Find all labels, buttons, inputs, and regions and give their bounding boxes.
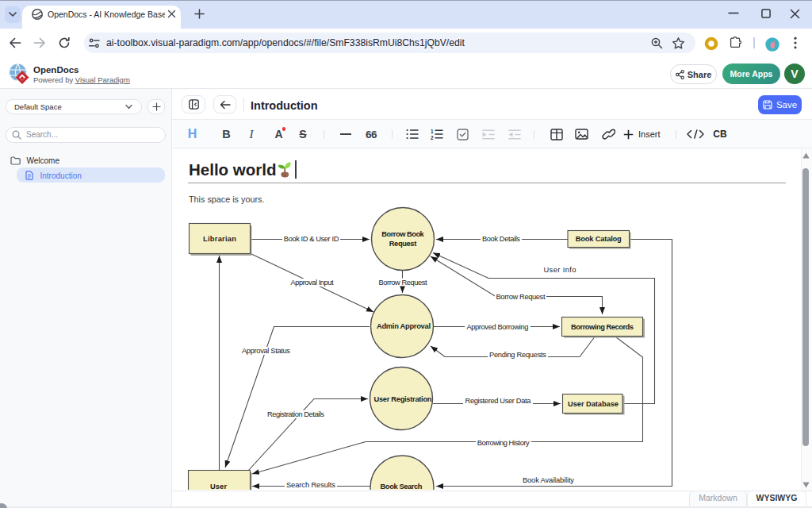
svg-text:1: 1: [431, 129, 434, 134]
svg-text:Book Catalog: Book Catalog: [576, 235, 622, 243]
svg-text:2: 2: [431, 135, 434, 140]
svg-text:User Database: User Database: [568, 400, 619, 408]
svg-text:Borrow Book: Borrow Book: [381, 230, 424, 238]
svg-text:User Info: User Info: [544, 266, 576, 274]
svg-text:Librarian: Librarian: [203, 235, 236, 243]
svg-text:Book Search: Book Search: [381, 483, 423, 491]
svg-text:Borrowing History: Borrowing History: [477, 439, 530, 447]
svg-text:Search Results: Search Results: [286, 481, 335, 489]
svg-text:Registration Details: Registration Details: [267, 410, 324, 418]
svg-text:Borrow Request: Borrow Request: [379, 279, 427, 287]
svg-text:Approved Borrowing: Approved Borrowing: [466, 323, 528, 331]
svg-text:Admin Approval: Admin Approval: [377, 322, 431, 330]
svg-text:Registered User Data: Registered User Data: [465, 397, 532, 405]
svg-text:Book ID & User ID: Book ID & User ID: [284, 235, 339, 243]
svg-text:Book Details: Book Details: [482, 235, 520, 243]
svg-text:Book Availability: Book Availability: [523, 476, 574, 484]
svg-text:Borrowing Records: Borrowing Records: [571, 323, 634, 331]
svg-text:Pending Requests: Pending Requests: [489, 351, 546, 359]
svg-text:User: User: [210, 483, 227, 491]
svg-text:Request: Request: [389, 240, 417, 248]
svg-text:Approval Input: Approval Input: [291, 279, 334, 287]
svg-text:User Registration: User Registration: [374, 395, 432, 403]
svg-text:Borrow Request: Borrow Request: [496, 293, 546, 301]
svg-text:Approval Status: Approval Status: [242, 347, 290, 355]
